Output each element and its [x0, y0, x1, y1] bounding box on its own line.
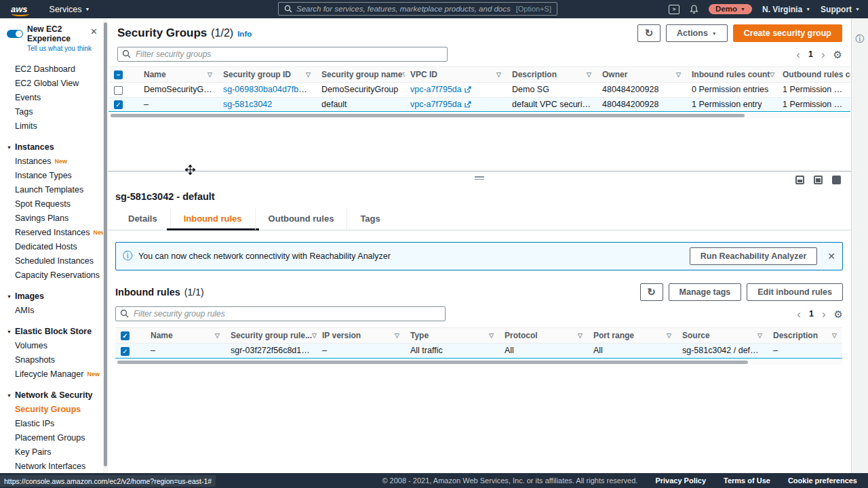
manage-tags-button[interactable]: Manage tags [669, 283, 742, 301]
info-circle-icon[interactable]: ⓘ [855, 33, 865, 45]
vpc-id-link[interactable]: vpc-a7f795da [410, 85, 462, 94]
actions-button[interactable]: Actions▼ [666, 24, 728, 42]
account-menu[interactable]: Demo ▼ [709, 4, 752, 14]
sidebar-item-spot-requests[interactable]: Spot Requests [0, 197, 103, 211]
sidebar-item-instance-types[interactable]: Instance Types [0, 168, 103, 182]
horizontal-scrollbar-thumb[interactable] [111, 114, 745, 117]
sidebar-item-network-interfaces[interactable]: Network Interfaces [0, 459, 103, 473]
filter-icon[interactable]: ▽ [402, 71, 405, 78]
close-icon[interactable]: ✕ [827, 251, 835, 262]
filter-security-group-rules-input[interactable] [115, 306, 446, 321]
sidebar-item-ec2-global-view[interactable]: EC2 Global View [0, 76, 103, 90]
sg-id-link[interactable]: sg-069830ba04d7fbd46 [223, 85, 313, 94]
filter-icon[interactable]: ▽ [676, 71, 681, 78]
sidebar-item-tags[interactable]: Tags [0, 104, 103, 119]
layout-full-icon[interactable] [832, 176, 841, 184]
terms-of-use-link[interactable]: Terms of Use [724, 476, 770, 485]
sg-id-link[interactable]: sg-581c3042 [223, 100, 272, 109]
close-icon[interactable]: ✕ [90, 26, 98, 37]
sidebar-item-elastic-ips[interactable]: Elastic IPs [0, 416, 103, 430]
edit-inbound-rules-button[interactable]: Edit inbound rules [747, 283, 843, 301]
filter-icon[interactable]: ▽ [757, 332, 762, 339]
chevron-right-icon[interactable]: › [821, 49, 825, 60]
filter-icon[interactable]: ▽ [312, 332, 317, 339]
filter-icon[interactable]: ▽ [587, 71, 591, 78]
sidebar-section-network-security[interactable]: ▼Network & Security [0, 388, 103, 402]
horizontal-scrollbar-thumb[interactable] [117, 361, 748, 364]
gear-icon[interactable]: ⚙ [833, 49, 842, 60]
sidebar-item-launch-templates[interactable]: Launch Templates [0, 182, 103, 197]
chevron-right-icon[interactable]: › [822, 308, 826, 320]
vpc-id-link[interactable]: vpc-a7f795da [410, 100, 462, 109]
sidebar-item-capacity-reservations[interactable]: Capacity Reservations [0, 268, 103, 282]
sidebar-item-ec2-dashboard[interactable]: EC2 Dashboard [0, 62, 103, 76]
cloudshell-icon[interactable]: > [669, 5, 679, 14]
table-row[interactable]: DemoSecurityGroup sg-069830ba04d7fbd46 D… [108, 83, 850, 97]
global-search-input[interactable] [296, 5, 512, 13]
sidebar-item-savings-plans[interactable]: Savings Plans [0, 211, 103, 225]
layout-center-icon[interactable] [814, 176, 823, 184]
run-reachability-analyzer-button[interactable]: Run Reachability Analyzer [690, 247, 818, 265]
new-experience-toggle[interactable] [7, 30, 23, 38]
services-menu[interactable]: Services ▼ [50, 5, 90, 14]
sidebar-item-events[interactable]: Events [0, 90, 103, 104]
create-security-group-button[interactable]: Create security group [733, 24, 842, 42]
sidebar-item-instances[interactable]: InstancesNew [0, 154, 103, 168]
tab-inbound-rules[interactable]: Inbound rules [170, 208, 255, 230]
filter-icon[interactable]: ▽ [215, 332, 220, 339]
sidebar-item-volumes[interactable]: Volumes [0, 338, 103, 352]
filter-icon[interactable]: ▽ [667, 332, 671, 339]
tab-outbound-rules[interactable]: Outbound rules [255, 208, 347, 230]
filter-icon[interactable]: ▽ [489, 332, 494, 339]
filter-icon[interactable]: ▽ [832, 332, 837, 339]
tab-details[interactable]: Details [115, 208, 170, 230]
chevron-left-icon[interactable]: ‹ [796, 49, 800, 60]
sidebar-item-amis[interactable]: AMIs [0, 303, 103, 317]
cookie-preferences-link[interactable]: Cookie preferences [788, 476, 857, 485]
row-checkbox[interactable]: ✓ [114, 100, 123, 109]
privacy-policy-link[interactable]: Privacy Policy [655, 476, 706, 485]
select-all-checkbox[interactable]: ✓ [121, 331, 130, 340]
filter-icon[interactable]: ▽ [770, 71, 774, 78]
sidebar-section-images[interactable]: ▼Images [0, 289, 103, 303]
sidebar-item-key-pairs[interactable]: Key Pairs [0, 445, 103, 459]
sidebar-item-placement-groups[interactable]: Placement Groups [0, 430, 103, 445]
sidebar-item-limits[interactable]: Limits [0, 119, 103, 133]
filter-security-groups-input[interactable] [117, 47, 448, 62]
info-link[interactable]: Info [237, 30, 252, 38]
gear-icon[interactable]: ⚙ [834, 309, 843, 319]
aws-logo[interactable]: aws [11, 4, 28, 14]
table-row-selected[interactable]: ✓ – sg-581c3042 default vpc-a7f795da def… [108, 97, 850, 111]
page-number[interactable]: 1 [808, 49, 813, 59]
sidebar-item-scheduled-instances[interactable]: Scheduled Instances [0, 253, 103, 268]
support-menu[interactable]: Support ▼ [821, 5, 860, 14]
vertical-scrollbar-thumb[interactable] [104, 22, 107, 466]
filter-icon[interactable]: ▽ [496, 71, 501, 78]
filter-icon[interactable]: ▽ [395, 332, 399, 339]
filter-icon[interactable]: ▽ [306, 71, 311, 78]
chevron-left-icon[interactable]: ‹ [797, 308, 801, 320]
select-all-checkbox[interactable]: – [114, 70, 123, 79]
refresh-button[interactable]: ↻ [637, 24, 660, 42]
tab-tags[interactable]: Tags [347, 208, 393, 230]
table-row-selected[interactable]: ✓ – sgr-03f272f56c8d1cd5f – All traffic … [115, 344, 842, 358]
region-menu[interactable]: N. Virginia ▼ [762, 5, 810, 14]
sidebar-section-instances[interactable]: ▼Instances [0, 140, 103, 154]
sidebar-item-dedicated-hosts[interactable]: Dedicated Hosts [0, 239, 103, 253]
panel-drag-handle[interactable] [475, 175, 484, 181]
layout-bottom-icon[interactable] [795, 176, 804, 184]
sidebar-section-ebs[interactable]: ▼Elastic Block Store [0, 325, 103, 338]
tell-us-link[interactable]: Tell us what you think [27, 45, 98, 52]
bell-icon[interactable] [690, 5, 698, 14]
row-checkbox[interactable]: ✓ [121, 347, 130, 356]
filter-icon[interactable]: ▽ [208, 71, 212, 78]
row-checkbox[interactable] [114, 86, 123, 95]
sidebar-item-security-groups[interactable]: Security Groups [0, 402, 103, 416]
refresh-button[interactable]: ↻ [640, 283, 663, 301]
sidebar-item-snapshots[interactable]: Snapshots [0, 352, 103, 367]
page-number[interactable]: 1 [809, 309, 814, 319]
global-search[interactable]: [Option+S] [278, 2, 557, 16]
filter-icon[interactable]: ▽ [578, 332, 583, 339]
sidebar-item-lifecycle-manager[interactable]: Lifecycle ManagerNew [0, 367, 103, 381]
sidebar-item-reserved-instances[interactable]: Reserved InstancesNew [0, 225, 103, 239]
